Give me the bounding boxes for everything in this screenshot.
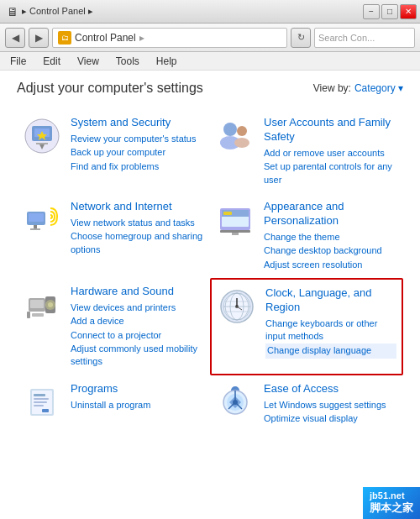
maximize-button[interactable]: □ bbox=[381, 4, 398, 19]
network-text: Network and Internet View network status… bbox=[71, 200, 205, 256]
user-accounts-text: User Accounts and Family Safety Add or r… bbox=[264, 116, 398, 186]
programs-icon bbox=[22, 382, 62, 422]
user-accounts-links: Add or remove user accounts Set up paren… bbox=[264, 147, 398, 186]
search-input[interactable] bbox=[315, 33, 415, 43]
clock-language-links: Change keyboards or other input methods … bbox=[265, 317, 396, 359]
svg-rect-25 bbox=[32, 313, 44, 317]
svg-point-8 bbox=[234, 138, 249, 148]
hardware-links: View devices and printers Add a device C… bbox=[71, 301, 205, 369]
window-controls: − □ ✕ bbox=[363, 4, 417, 19]
user-link-2[interactable]: Set up parental controls for any user bbox=[264, 160, 398, 186]
appearance-links: Change the theme Change desktop backgrou… bbox=[264, 231, 398, 271]
appearance-link-3[interactable]: Adjust screen resolution bbox=[264, 259, 398, 271]
svg-point-5 bbox=[223, 123, 237, 136]
svg-point-23 bbox=[48, 302, 53, 307]
hardware-link-4[interactable]: Adjust commonly used mobility settings bbox=[71, 343, 205, 369]
forward-button[interactable]: ▶ bbox=[29, 28, 49, 48]
svg-rect-38 bbox=[34, 394, 45, 396]
appearance-title[interactable]: Appearance and Personalization bbox=[264, 200, 398, 228]
hardware-link-3[interactable]: Connect to a projector bbox=[71, 329, 205, 342]
back-button[interactable]: ◀ bbox=[5, 28, 25, 48]
appearance-link-2[interactable]: Change desktop background bbox=[264, 244, 398, 257]
main-content: Adjust your computer's settings View by:… bbox=[0, 71, 420, 519]
system-security-title[interactable]: System and Security bbox=[71, 116, 205, 130]
category-network: Network and Internet View network status… bbox=[17, 193, 210, 278]
system-link-3[interactable]: Find and fix problems bbox=[71, 160, 205, 173]
menu-tools[interactable]: Tools bbox=[113, 54, 143, 69]
hardware-icon bbox=[22, 285, 62, 325]
appearance-text: Appearance and Personalization Change th… bbox=[264, 200, 398, 271]
menu-help[interactable]: Help bbox=[153, 54, 181, 69]
svg-point-7 bbox=[237, 126, 247, 136]
clock-language-icon bbox=[217, 286, 257, 327]
svg-rect-12 bbox=[30, 228, 40, 230]
network-title[interactable]: Network and Internet bbox=[71, 200, 205, 214]
menu-edit[interactable]: Edit bbox=[39, 54, 64, 69]
ease-of-access-text: Ease of Access Let Windows suggest setti… bbox=[264, 382, 398, 426]
category-clock-language: Clock, Language, and Region Change keybo… bbox=[210, 278, 403, 375]
category-hardware: Hardware and Sound View devices and prin… bbox=[17, 278, 210, 375]
user-accounts-icon bbox=[215, 116, 255, 156]
clock-link-1[interactable]: Change keyboards or other input methods bbox=[265, 317, 396, 343]
watermark: jb51.net 脚本之家 bbox=[363, 487, 420, 519]
clock-link-2[interactable]: Change display language bbox=[265, 343, 396, 358]
close-button[interactable]: ✕ bbox=[400, 4, 417, 19]
page-header: Adjust your computer's settings View by:… bbox=[17, 81, 403, 96]
user-link-1[interactable]: Add or remove user accounts bbox=[264, 147, 398, 160]
search-box: 🔍 bbox=[314, 28, 415, 48]
network-icon bbox=[22, 200, 62, 240]
system-security-icon bbox=[22, 116, 62, 156]
svg-rect-17 bbox=[220, 230, 250, 233]
categories-grid: System and Security Review your computer… bbox=[17, 109, 403, 432]
path-label: Control Panel bbox=[75, 32, 136, 44]
path-arrow: ▸ bbox=[139, 32, 144, 44]
hardware-title[interactable]: Hardware and Sound bbox=[71, 285, 205, 299]
menu-view[interactable]: View bbox=[74, 54, 102, 69]
menu-bar: File Edit View Tools Help bbox=[0, 52, 420, 71]
appearance-icon bbox=[215, 200, 255, 240]
ease-link-2[interactable]: Optimize visual display bbox=[264, 412, 398, 425]
network-links: View network status and tasks Choose hom… bbox=[71, 217, 205, 256]
appearance-link-1[interactable]: Change the theme bbox=[264, 231, 398, 244]
category-user-accounts: User Accounts and Family Safety Add or r… bbox=[210, 109, 403, 193]
programs-text: Programs Uninstall a program bbox=[71, 382, 205, 412]
programs-link-1[interactable]: Uninstall a program bbox=[71, 399, 205, 412]
svg-rect-24 bbox=[27, 312, 30, 318]
programs-title[interactable]: Programs bbox=[71, 382, 205, 396]
view-by-value[interactable]: Category ▾ bbox=[354, 82, 403, 94]
hardware-text: Hardware and Sound View devices and prin… bbox=[71, 285, 205, 369]
breadcrumb-arrow: ▸ bbox=[22, 6, 27, 16]
network-link-2[interactable]: Choose homegroup and sharing options bbox=[71, 230, 205, 256]
system-security-links: Review your computer's status Back up yo… bbox=[71, 133, 205, 173]
hardware-link-2[interactable]: Add a device bbox=[71, 315, 205, 328]
view-by: View by: Category ▾ bbox=[313, 82, 403, 94]
network-link-1[interactable]: View network status and tasks bbox=[71, 217, 205, 229]
title-bar-left: 🖥 ▸ Control Panel ▸ bbox=[7, 5, 93, 18]
path-icon: 🗂 bbox=[58, 31, 71, 45]
system-link-2[interactable]: Back up your computer bbox=[71, 146, 205, 159]
clock-language-text: Clock, Language, and Region Change keybo… bbox=[265, 286, 396, 359]
svg-rect-40 bbox=[34, 401, 47, 403]
menu-file[interactable]: File bbox=[7, 54, 29, 69]
watermark-text: jb51.net bbox=[370, 490, 413, 501]
address-path[interactable]: 🗂 Control Panel ▸ bbox=[52, 28, 287, 48]
svg-rect-42 bbox=[42, 409, 49, 412]
category-programs: Programs Uninstall a program bbox=[17, 375, 210, 432]
ease-link-1[interactable]: Let Windows suggest settings bbox=[264, 399, 398, 412]
clock-language-title[interactable]: Clock, Language, and Region bbox=[265, 286, 396, 315]
title-bar-text: ▸ Control Panel ▸ bbox=[22, 6, 93, 17]
user-accounts-title[interactable]: User Accounts and Family Safety bbox=[264, 116, 398, 144]
system-link-1[interactable]: Review your computer's status bbox=[71, 133, 205, 145]
hardware-link-1[interactable]: View devices and printers bbox=[71, 301, 205, 314]
svg-rect-4 bbox=[36, 143, 48, 144]
svg-rect-10 bbox=[29, 213, 44, 222]
category-ease-of-access: Ease of Access Let Windows suggest setti… bbox=[210, 375, 403, 432]
refresh-button[interactable]: ↻ bbox=[291, 28, 311, 48]
breadcrumb-arrow2: ▸ bbox=[88, 6, 93, 16]
ease-of-access-title[interactable]: Ease of Access bbox=[264, 382, 398, 396]
svg-rect-11 bbox=[34, 225, 37, 228]
address-bar: ◀ ▶ 🗂 Control Panel ▸ ↻ 🔍 bbox=[0, 24, 420, 52]
system-security-text: System and Security Review your computer… bbox=[71, 116, 205, 173]
minimize-button[interactable]: − bbox=[363, 4, 380, 19]
view-by-label: View by: bbox=[313, 82, 351, 94]
